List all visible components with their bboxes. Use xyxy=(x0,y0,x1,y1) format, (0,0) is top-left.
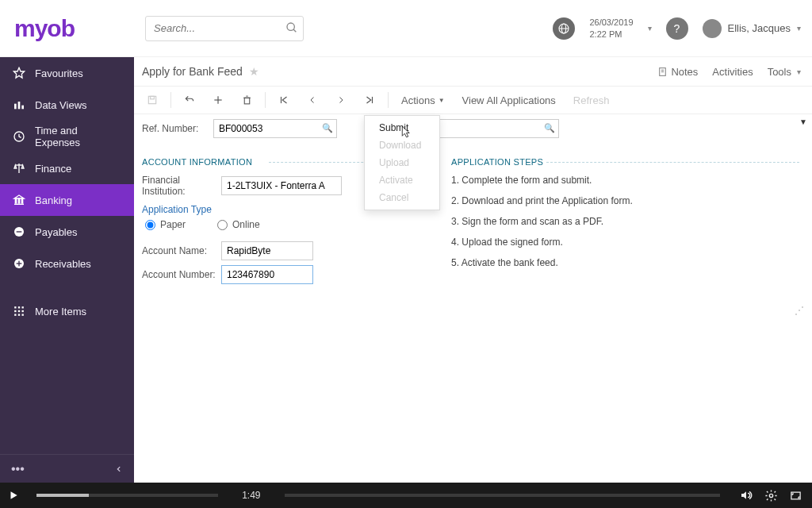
step-item: 3. Sign the form and scan as a PDF. xyxy=(451,216,799,227)
fullscreen-icon[interactable] xyxy=(789,490,802,502)
svg-rect-22 xyxy=(14,306,16,308)
financial-institution-input[interactable] xyxy=(222,177,341,194)
collapse-panel-icon[interactable]: ▼ xyxy=(799,117,807,126)
application-type-link[interactable]: Application Type xyxy=(142,204,212,215)
add-button[interactable] xyxy=(205,88,232,112)
collapse-sidebar-icon[interactable] xyxy=(115,465,123,473)
activities-link[interactable]: Activities xyxy=(712,66,753,78)
paper-radio[interactable]: Paper xyxy=(145,219,186,230)
svg-rect-24 xyxy=(22,306,24,308)
secondary-lookup-input[interactable] xyxy=(433,120,558,137)
sidebar-item-receivables[interactable]: Receivables xyxy=(0,248,134,279)
progress-fill xyxy=(36,494,89,497)
sidebar-item-banking[interactable]: Banking xyxy=(0,184,134,216)
svg-line-1 xyxy=(293,29,296,32)
tools-menu[interactable]: Tools▾ xyxy=(768,66,801,78)
sidebar-footer[interactable]: ••• xyxy=(0,454,134,483)
svg-rect-27 xyxy=(22,310,24,312)
ref-number-label: Ref. Number: xyxy=(142,123,213,134)
delete-button[interactable] xyxy=(233,88,260,112)
minus-circle-icon xyxy=(13,225,25,238)
globe-icon[interactable] xyxy=(553,17,575,40)
financial-institution-label: Financial Institution: xyxy=(142,175,221,197)
online-radio[interactable]: Online xyxy=(217,219,260,230)
main-area: Apply for Bank Feed ★ Notes Activities T… xyxy=(134,57,812,483)
step-item: 1. Complete the form and submit. xyxy=(451,175,799,186)
financial-institution-lookup[interactable] xyxy=(221,176,342,195)
user-caret-icon: ▾ xyxy=(797,24,801,33)
video-player-bar: 1:49 xyxy=(0,483,812,508)
page-title: Apply for Bank Feed xyxy=(142,65,243,78)
next-record-button[interactable] xyxy=(327,88,354,112)
sidebar-item-more[interactable]: More Items xyxy=(0,295,134,327)
progress-bar-remaining[interactable] xyxy=(285,494,720,497)
sidebar-item-payables[interactable]: Payables xyxy=(0,216,134,248)
bank-icon xyxy=(13,194,25,206)
last-record-button[interactable] xyxy=(356,88,383,112)
datetime-caret-icon[interactable]: ▾ xyxy=(648,24,652,33)
svg-rect-14 xyxy=(18,198,19,203)
view-all-applications-button[interactable]: View All Applications xyxy=(454,88,564,112)
step-item: 2. Download and print the Application fo… xyxy=(451,195,799,206)
sidebar-item-time-expenses[interactable]: Time and Expenses xyxy=(0,121,134,152)
sidebar-item-label: Receivables xyxy=(35,258,91,270)
svg-rect-26 xyxy=(18,310,20,312)
global-search[interactable] xyxy=(145,16,304,41)
header-datetime: 26/03/2019 2:22 PM xyxy=(589,17,633,40)
first-record-button[interactable] xyxy=(270,88,297,112)
resize-grip-icon[interactable]: ⋰ xyxy=(795,305,804,316)
volume-icon[interactable] xyxy=(739,489,753,502)
ref-number-input[interactable] xyxy=(214,120,336,137)
sidebar-item-label: More Items xyxy=(35,306,86,318)
sidebar-item-finance[interactable]: Finance xyxy=(0,152,134,184)
svg-rect-38 xyxy=(244,98,250,104)
svg-rect-28 xyxy=(14,314,16,316)
play-button[interactable] xyxy=(0,483,27,508)
action-cancel: Cancel xyxy=(365,189,439,206)
svg-rect-8 xyxy=(21,106,24,110)
svg-rect-30 xyxy=(22,314,24,316)
toolbar: Actions▼ View All Applications Refresh xyxy=(134,86,812,114)
settings-icon[interactable] xyxy=(764,489,778,502)
elapsed-time: 1:49 xyxy=(228,490,275,501)
svg-rect-7 xyxy=(18,102,21,109)
app-header: myob 26/03/2019 2:22 PM ▾ ? Ellis, Jacqu… xyxy=(0,0,812,57)
svg-point-45 xyxy=(769,494,772,497)
search-input[interactable] xyxy=(146,17,303,40)
svg-rect-25 xyxy=(14,310,16,312)
lookup-icon[interactable]: 🔍 xyxy=(544,123,555,133)
notes-link[interactable]: Notes xyxy=(657,66,698,78)
svg-rect-15 xyxy=(21,198,22,203)
help-icon[interactable]: ? xyxy=(666,17,688,40)
favourite-star-icon[interactable]: ★ xyxy=(249,65,259,78)
step-item: 4. Upload the signed form. xyxy=(451,237,799,248)
search-icon[interactable] xyxy=(285,21,298,34)
page-titlebar: Apply for Bank Feed ★ Notes Activities T… xyxy=(134,57,812,86)
refresh-button: Refresh xyxy=(565,88,618,112)
account-name-input[interactable] xyxy=(221,241,313,260)
actions-menu-button[interactable]: Actions▼ xyxy=(393,88,453,112)
svg-rect-34 xyxy=(148,96,155,103)
save-button xyxy=(139,88,166,112)
account-number-label: Account Number: xyxy=(142,269,221,280)
sidebar-item-dataviews[interactable]: Data Views xyxy=(0,89,134,121)
scales-icon xyxy=(13,162,25,175)
sidebar-item-favourites[interactable]: Favourites xyxy=(0,57,134,89)
svg-rect-29 xyxy=(18,314,20,316)
svg-marker-43 xyxy=(11,491,17,498)
prev-record-button[interactable] xyxy=(299,88,326,112)
lookup-icon[interactable]: 🔍 xyxy=(322,123,333,133)
action-activate: Activate xyxy=(365,171,439,189)
svg-rect-18 xyxy=(17,231,22,232)
cursor-icon xyxy=(398,124,412,140)
sidebar-item-label: Favourites xyxy=(35,67,83,79)
progress-bar[interactable] xyxy=(36,494,218,497)
clock-icon xyxy=(13,130,25,143)
undo-button[interactable] xyxy=(176,88,203,112)
secondary-lookup[interactable]: 🔍 xyxy=(432,119,559,138)
ref-number-lookup[interactable]: 🔍 xyxy=(213,119,337,138)
ellipsis-icon[interactable]: ••• xyxy=(11,462,25,476)
account-number-input[interactable] xyxy=(221,265,313,284)
user-menu[interactable]: Ellis, Jacques ▾ xyxy=(703,19,801,38)
form-content: ▼ Ref. Number: 🔍 🔍 ACCOUNT INFO xyxy=(134,114,812,483)
